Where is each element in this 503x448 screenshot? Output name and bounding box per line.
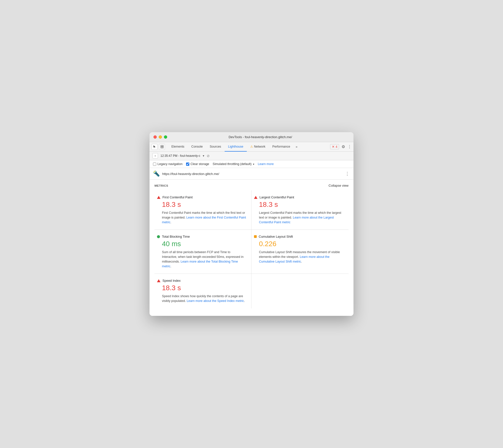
tab-elements[interactable]: Elements: [168, 142, 188, 152]
metric-cls: Cumulative Layout Shift 0.226 Cumulative…: [252, 230, 349, 274]
metrics-header: METRICS Collapse view: [154, 184, 349, 187]
options-bar: Legacy navigation Clear storage Simulate…: [150, 160, 353, 168]
si-indicator-icon: [157, 279, 160, 282]
title-bar: DevTools - foul-heavenly-direction.glitc…: [150, 132, 353, 142]
svg-rect-3: [162, 147, 163, 148]
clear-storage-checkbox-label[interactable]: Clear storage: [186, 162, 209, 166]
block-icon[interactable]: ⊘: [207, 154, 210, 158]
learn-more-link[interactable]: Learn more: [258, 162, 274, 166]
settings-gear-btn[interactable]: ⚙: [342, 144, 345, 149]
url-bar: 🔦 https://foul-heavenly-direction.glitch…: [150, 168, 353, 180]
metric-tbt-header: Total Blocking Time: [157, 235, 246, 238]
metric-empty-cell: [252, 274, 349, 308]
tbt-value: 40 ms: [162, 240, 246, 248]
devtools-more-btn[interactable]: ⋮: [348, 144, 352, 149]
legacy-navigation-checkbox[interactable]: [153, 163, 156, 166]
lcp-name: Largest Contentful Paint: [259, 195, 294, 199]
metric-cls-header: Cumulative Layout Shift: [254, 235, 344, 238]
tab-console[interactable]: Console: [188, 142, 206, 152]
metric-si-header: Speed Index: [157, 279, 246, 282]
network-warn-icon: ⚠: [250, 145, 253, 148]
tbt-indicator-icon: [157, 235, 160, 238]
lighthouse-icon: 🔦: [153, 170, 160, 177]
si-name: Speed Index: [162, 279, 181, 282]
cls-indicator-icon: [254, 235, 257, 238]
fcp-name: First Contentful Paint: [162, 195, 193, 199]
url-more-btn[interactable]: ⋮: [345, 171, 350, 176]
si-value: 18.3 s: [162, 284, 246, 292]
cls-value: 0.226: [259, 240, 344, 248]
window-title: DevTools - foul-heavenly-direction.glitc…: [171, 135, 350, 139]
svg-rect-2: [161, 147, 162, 148]
cls-learn-more-link[interactable]: Learn more about the Cumulative Layout S…: [259, 255, 330, 263]
minimize-button[interactable]: [159, 135, 162, 139]
add-tab-btn[interactable]: +: [152, 153, 158, 159]
fcp-indicator-icon: [157, 196, 160, 199]
metric-fcp: First Contentful Paint 18.3 s First Cont…: [154, 190, 252, 230]
fcp-learn-more-link[interactable]: Learn more about the First Contentful Pa…: [162, 216, 246, 224]
maximize-button[interactable]: [164, 135, 167, 139]
lcp-value: 18.3 s: [259, 201, 344, 209]
legacy-navigation-checkbox-label[interactable]: Legacy navigation: [153, 162, 183, 166]
si-learn-more-link[interactable]: Learn more about the Speed Index metric: [187, 299, 244, 303]
error-icon: ✕: [332, 145, 335, 149]
close-button[interactable]: [153, 135, 157, 139]
metrics-title: METRICS: [154, 184, 168, 187]
metric-tbt: Total Blocking Time 40 ms Sum of all tim…: [154, 230, 252, 274]
tab-bar: Elements Console Sources Lighthouse ⚠ Ne…: [150, 142, 353, 152]
tab-network[interactable]: ⚠ Network: [247, 142, 269, 152]
devtools-toolbar: + 12:35:47 PM - foul-heavenly-c ▾ ⊘: [150, 152, 353, 160]
tab-icon-group: [151, 144, 165, 150]
tab-lighthouse[interactable]: Lighthouse: [225, 142, 247, 152]
timestamp-label: 12:35:47 PM - foul-heavenly-c: [160, 154, 200, 158]
cls-name: Cumulative Layout Shift: [259, 235, 293, 238]
tbt-desc: Sum of all time periods between FCP and …: [162, 250, 246, 269]
tab-more-btn[interactable]: »: [294, 145, 299, 149]
throttling-select[interactable]: Simulated throttling (default) ▾: [213, 162, 254, 166]
cursor-icon-btn[interactable]: [151, 144, 157, 150]
collapse-view-btn[interactable]: Collapse view: [329, 184, 349, 187]
tab-performance[interactable]: Performance: [269, 142, 294, 152]
traffic-lights: [153, 135, 167, 139]
metric-fcp-header: First Contentful Paint: [157, 195, 246, 199]
clear-storage-checkbox[interactable]: [186, 163, 189, 166]
tab-sources[interactable]: Sources: [206, 142, 225, 152]
cls-desc: Cumulative Layout Shift measures the mov…: [259, 250, 344, 264]
tbt-name: Total Blocking Time: [162, 235, 190, 238]
main-content: METRICS Collapse view First Contentful P…: [150, 180, 353, 316]
metric-lcp: Largest Contentful Paint 18.3 s Largest …: [252, 190, 349, 230]
element-picker-btn[interactable]: [159, 144, 165, 150]
metrics-grid: First Contentful Paint 18.3 s First Cont…: [154, 190, 349, 308]
error-count: 4: [336, 145, 337, 149]
lcp-desc: Largest Contentful Paint marks the time …: [259, 211, 344, 224]
svg-rect-0: [161, 145, 162, 147]
url-text: https://foul-heavenly-direction.glitch.m…: [162, 172, 343, 176]
svg-rect-1: [162, 145, 163, 147]
dropdown-arrow-icon[interactable]: ▾: [203, 154, 204, 158]
error-badge[interactable]: ✕ 4: [330, 144, 339, 149]
tbt-learn-more-link[interactable]: Learn more about the Total Blocking Time…: [162, 260, 238, 268]
metric-lcp-header: Largest Contentful Paint: [254, 195, 344, 199]
lcp-learn-more-link[interactable]: Learn more about the Largest Contentful …: [259, 216, 334, 224]
lcp-indicator-icon: [254, 196, 257, 199]
tab-right-controls: ✕ 4 ⚙ ⋮: [330, 144, 352, 149]
throttling-dropdown-arrow: ▾: [253, 163, 254, 166]
fcp-desc: First Contentful Paint marks the time at…: [162, 211, 246, 224]
fcp-value: 18.3 s: [162, 201, 246, 209]
devtools-window: DevTools - foul-heavenly-direction.glitc…: [150, 132, 353, 316]
metric-si: Speed Index 18.3 s Speed Index shows how…: [154, 274, 252, 308]
si-desc: Speed Index shows how quickly the conten…: [162, 294, 246, 303]
